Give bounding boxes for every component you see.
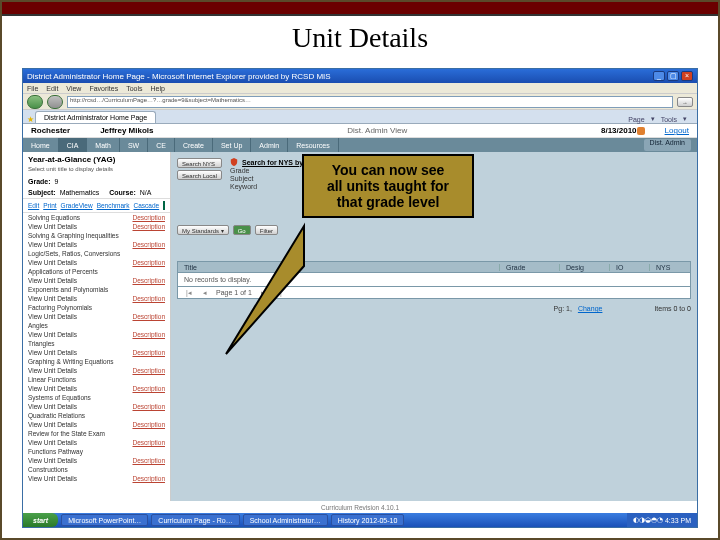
unit-row[interactable]: Applications of Percents bbox=[23, 267, 170, 276]
unit-row[interactable]: View Unit DetailsDescription bbox=[23, 384, 170, 393]
tools-tools[interactable]: Tools bbox=[661, 116, 677, 123]
col-desig[interactable]: Desig bbox=[560, 264, 610, 271]
unit-row[interactable]: Exponents and Polynomials bbox=[23, 285, 170, 294]
yag-gradeview[interactable]: GradeView bbox=[61, 202, 93, 209]
unit-row[interactable]: View Unit DetailsDescription bbox=[23, 438, 170, 447]
unit-description-link[interactable]: Description bbox=[132, 313, 165, 320]
unit-row[interactable]: View Unit DetailsDescription bbox=[23, 456, 170, 465]
unit-row[interactable]: View Unit DetailsDescription bbox=[23, 474, 170, 483]
unit-row[interactable]: Constructions bbox=[23, 465, 170, 474]
close-button[interactable]: × bbox=[681, 71, 693, 81]
unit-row[interactable]: View Unit DetailsDescription bbox=[23, 294, 170, 303]
nav-cia[interactable]: CIA bbox=[59, 138, 88, 152]
nav-setup[interactable]: Set Up bbox=[213, 138, 251, 152]
unit-description-link[interactable]: Description bbox=[132, 367, 165, 374]
unit-description-link[interactable]: Description bbox=[132, 223, 165, 230]
taskbar-btn-4[interactable]: History 2012-05-10 bbox=[331, 514, 405, 526]
change-page-link[interactable]: Change bbox=[578, 305, 603, 312]
menu-file[interactable]: File bbox=[27, 85, 38, 92]
unit-description-link[interactable]: Description bbox=[132, 214, 165, 221]
yag-cascade[interactable]: Cascade bbox=[134, 202, 160, 209]
menu-edit[interactable]: Edit bbox=[46, 85, 58, 92]
yag-edit[interactable]: Edit bbox=[28, 202, 39, 209]
yag-benchmark[interactable]: Benchmark bbox=[97, 202, 130, 209]
unit-description-link[interactable]: Description bbox=[132, 295, 165, 302]
unit-row[interactable]: Logic/Sets, Ratios, Conversions bbox=[23, 249, 170, 258]
maximize-button[interactable]: ▢ bbox=[667, 71, 679, 81]
yag-print[interactable]: Print bbox=[43, 202, 56, 209]
forward-button[interactable] bbox=[47, 95, 63, 109]
system-tray[interactable]: ◐◑◒◓◔ 4:33 PM bbox=[627, 513, 697, 527]
address-bar[interactable]: http://rcsd…/CurriculumPage…?…grade=9&su… bbox=[67, 96, 673, 108]
tools-page[interactable]: Page bbox=[628, 116, 644, 123]
minimize-button[interactable]: _ bbox=[653, 71, 665, 81]
menu-tools[interactable]: Tools bbox=[126, 85, 142, 92]
nav-resources[interactable]: Resources bbox=[288, 138, 338, 152]
unit-row[interactable]: Quadratic Relations bbox=[23, 411, 170, 420]
search-field-keyword[interactable]: Keyword bbox=[230, 183, 305, 190]
unit-row[interactable]: View Unit DetailsDescription bbox=[23, 258, 170, 267]
col-nys[interactable]: NYS bbox=[650, 264, 690, 271]
nav-home[interactable]: Home bbox=[23, 138, 59, 152]
logout-link[interactable]: Logout bbox=[665, 126, 689, 135]
search-nys-button[interactable]: Search NYS bbox=[177, 158, 222, 168]
nav-math[interactable]: Math bbox=[87, 138, 120, 152]
start-button[interactable]: start bbox=[23, 513, 58, 527]
unit-row[interactable]: View Unit DetailsDescription bbox=[23, 276, 170, 285]
taskbar-btn-1[interactable]: Microsoft PowerPoint… bbox=[61, 514, 148, 526]
unit-row[interactable]: Factoring Polynomials bbox=[23, 303, 170, 312]
unit-description-link[interactable]: Description bbox=[132, 457, 165, 464]
unit-description-link[interactable]: Description bbox=[132, 439, 165, 446]
search-local-button[interactable]: Search Local bbox=[177, 170, 222, 180]
pager-prev-icon[interactable]: ◂ bbox=[200, 289, 210, 297]
unit-description-link[interactable]: Description bbox=[132, 259, 165, 266]
nav-sw[interactable]: SW bbox=[120, 138, 148, 152]
unit-row[interactable]: Triangles bbox=[23, 339, 170, 348]
unit-description-link[interactable]: Description bbox=[132, 241, 165, 248]
unit-row[interactable]: Review for the State Exam bbox=[23, 429, 170, 438]
menu-help[interactable]: Help bbox=[151, 85, 165, 92]
unit-description-link[interactable]: Description bbox=[132, 277, 165, 284]
unit-row[interactable]: View Unit DetailsDescription bbox=[23, 366, 170, 375]
tray-icons[interactable]: ◐◑◒◓◔ bbox=[633, 516, 663, 524]
unit-row[interactable]: Linear Functions bbox=[23, 375, 170, 384]
excel-icon[interactable] bbox=[163, 201, 165, 210]
unit-row[interactable]: View Unit DetailsDescription bbox=[23, 330, 170, 339]
go-button[interactable]: → bbox=[677, 97, 693, 107]
unit-row[interactable]: View Unit DetailsDescription bbox=[23, 222, 170, 231]
unit-row[interactable]: Solving EquationsDescription bbox=[23, 213, 170, 222]
unit-description-link[interactable]: Description bbox=[132, 403, 165, 410]
back-button[interactable] bbox=[27, 95, 43, 109]
unit-row[interactable]: Functions Pathway bbox=[23, 447, 170, 456]
favorites-star-icon[interactable]: ★ bbox=[27, 115, 35, 123]
col-grade[interactable]: Grade bbox=[500, 264, 560, 271]
col-io[interactable]: IO bbox=[610, 264, 650, 271]
unit-description-link[interactable]: Description bbox=[132, 421, 165, 428]
taskbar-btn-2[interactable]: Curriculum Page - Ro… bbox=[151, 514, 239, 526]
search-field-grade[interactable]: Grade bbox=[230, 167, 305, 174]
pager-first-icon[interactable]: |◂ bbox=[184, 289, 194, 297]
search-field-subject[interactable]: Subject bbox=[230, 175, 305, 182]
browser-tab[interactable]: District Administrator Home Page bbox=[35, 111, 156, 123]
menu-favorites[interactable]: Favorites bbox=[89, 85, 118, 92]
unit-row[interactable]: Angles bbox=[23, 321, 170, 330]
unit-row[interactable]: View Unit DetailsDescription bbox=[23, 312, 170, 321]
unit-row[interactable]: Systems of Equations bbox=[23, 393, 170, 402]
unit-description-link[interactable]: Description bbox=[132, 475, 165, 482]
nav-ce[interactable]: CE bbox=[148, 138, 175, 152]
unit-row[interactable]: Solving & Graphing Inequalities bbox=[23, 231, 170, 240]
unit-row[interactable]: View Unit DetailsDescription bbox=[23, 348, 170, 357]
unit-row[interactable]: View Unit DetailsDescription bbox=[23, 402, 170, 411]
unit-row[interactable]: View Unit DetailsDescription bbox=[23, 240, 170, 249]
menu-view[interactable]: View bbox=[66, 85, 81, 92]
unit-row[interactable]: Graphing & Writing Equations bbox=[23, 357, 170, 366]
nav-create[interactable]: Create bbox=[175, 138, 213, 152]
taskbar-btn-3[interactable]: School Administrator… bbox=[243, 514, 328, 526]
my-standards-dropdown[interactable]: My Standards ▾ bbox=[177, 225, 229, 235]
unit-row[interactable]: View Unit DetailsDescription bbox=[23, 420, 170, 429]
unit-description-link[interactable]: Description bbox=[132, 331, 165, 338]
nav-admin[interactable]: Admin bbox=[251, 138, 288, 152]
ie-titlebar[interactable]: District Administrator Home Page - Micro… bbox=[23, 69, 697, 83]
unit-description-link[interactable]: Description bbox=[132, 385, 165, 392]
unit-description-link[interactable]: Description bbox=[132, 349, 165, 356]
